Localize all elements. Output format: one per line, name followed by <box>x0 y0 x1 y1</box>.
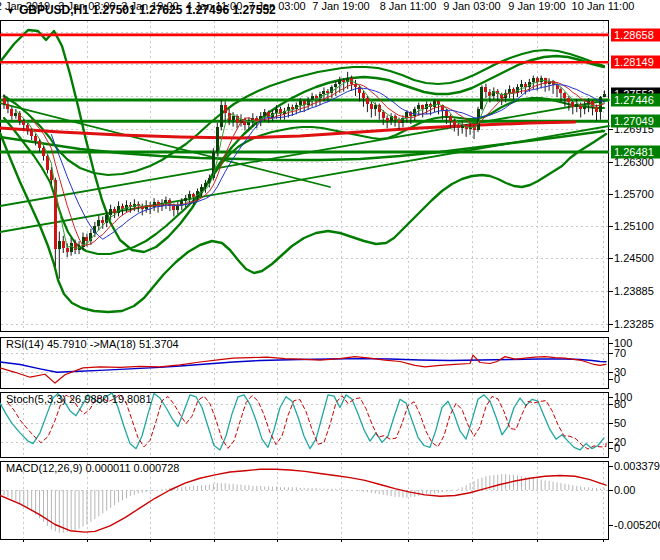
rsi-indicator-label: RSI(14) 45.7910 ->MA(18) 51.3704 <box>6 338 179 350</box>
price-axis-label: 1.25700 <box>614 188 654 200</box>
rsi-scale-label: 70 <box>614 347 626 359</box>
stoch-indicator-label: Stoch(5,3,3) 26.9880 19.8081 <box>6 393 152 405</box>
time-axis-label: 9 Jan 03:00 <box>443 0 501 12</box>
support-price-badge: 1.26481 <box>611 145 660 158</box>
macd-graph <box>0 469 606 532</box>
axis-tick-marks <box>609 130 613 526</box>
chart-canvas[interactable] <box>0 0 660 560</box>
price-axis-label: 1.24500 <box>614 252 654 264</box>
trading-terminal-chart-window: { "window": { "title": "GBPUSD,H1 1.2750… <box>0 0 660 560</box>
support-price-badge: 1.27049 <box>611 115 660 128</box>
stoch-scale-label: 80 <box>614 398 626 410</box>
price-axis-label: 1.23885 <box>614 285 654 297</box>
time-axis-label: 7 Jan 03:00 <box>248 0 306 12</box>
bollinger-band-curves <box>0 30 606 312</box>
time-axis-label: 9 Jan 19:00 <box>508 0 566 12</box>
resistance-price-badge: 1.28658 <box>611 28 660 41</box>
price-axis-label: 1.23285 <box>614 318 654 330</box>
time-axis-label: 4 Jan 11:00 <box>186 0 243 12</box>
main-price-panel <box>1 21 609 332</box>
rsi-scale-label: 0 <box>614 373 620 385</box>
stoch-scale-label: 0 <box>614 442 620 454</box>
time-axis-label: 3 Jan 19:00 <box>121 0 179 12</box>
support-price-badge: 1.27446 <box>611 94 660 107</box>
time-axis-label: 3 Jan 03:00 <box>58 0 116 12</box>
time-axis-label: 10 Jan 11:00 <box>572 0 635 12</box>
time-axis-label: 7 Jan 19:00 <box>312 0 370 12</box>
macd-scale-label: 0.003379 <box>614 460 660 472</box>
macd-scale-label: 0.00 <box>614 484 635 496</box>
stoch-scale-label: 50 <box>614 417 626 429</box>
macd-scale-label: -0.005206 <box>614 519 660 531</box>
time-axis-label: 8 Jan 11:00 <box>380 0 437 12</box>
price-axis-label: 1.25100 <box>614 220 654 232</box>
resistance-price-badge: 1.28149 <box>611 56 660 69</box>
time-axis-label: 2 Jan 2019 <box>0 0 50 12</box>
rsi-lines <box>0 355 606 383</box>
macd-indicator-label: MACD(12,26,9) 0.000011 0.000728 <box>6 462 179 474</box>
